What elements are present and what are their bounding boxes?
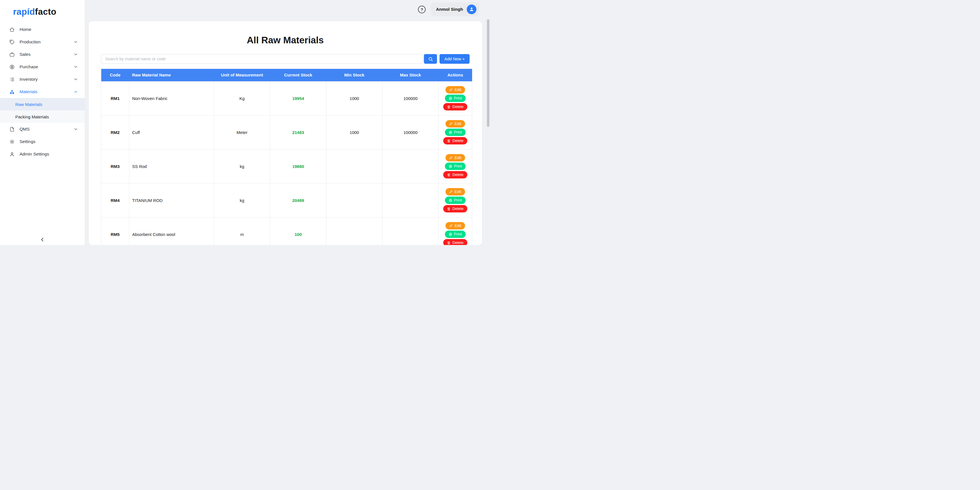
sidebar-item-label: Purchase	[19, 64, 38, 70]
search-input[interactable]	[101, 54, 423, 64]
print-button[interactable]: Print	[445, 128, 466, 136]
table-row: RM1 Non-Woven Fabric Kg 19954 1000 10000…	[101, 81, 472, 115]
cell-material-name: Non-Woven Fabric	[129, 81, 214, 115]
user-avatar	[467, 5, 476, 14]
sidebar-item-home[interactable]: Home	[0, 23, 85, 36]
sidebar-item-label: Settings	[19, 139, 35, 144]
edit-button[interactable]: Edit	[445, 222, 465, 230]
edit-button[interactable]: Edit	[445, 86, 465, 94]
sidebar-item-packing-materials[interactable]: Packing Materials	[0, 111, 85, 123]
cell-min-stock: 1000	[326, 115, 383, 149]
cell-min-stock: 1000	[326, 81, 383, 115]
trash-icon	[447, 207, 450, 211]
delete-button[interactable]: Delete	[443, 239, 467, 245]
chevron-down-icon	[73, 52, 78, 57]
printer-icon	[449, 165, 452, 168]
sidebar-item-label: QMS	[19, 127, 30, 132]
printer-icon	[449, 198, 452, 202]
sidebar-item-qms[interactable]: QMS	[0, 123, 85, 135]
cell-current-stock: 21483	[270, 115, 326, 149]
sidebar-item-purchase[interactable]: Purchase	[0, 60, 85, 73]
print-button[interactable]: Print	[445, 163, 466, 170]
column-header-actions: Actions	[439, 69, 472, 81]
search-row: Add New +	[101, 54, 469, 64]
column-header-unit: Unit of Measurement	[214, 69, 270, 81]
cell-unit: Kg	[214, 81, 270, 115]
cell-min-stock	[326, 149, 383, 183]
topbar: ? Anmol Singh	[85, 0, 490, 19]
brand-logo-primary: rapíd	[13, 7, 35, 17]
cell-code: RM5	[101, 217, 129, 245]
row-actions: Edit Print Delete	[439, 86, 472, 111]
pencil-icon	[449, 88, 453, 92]
delete-button[interactable]: Delete	[443, 171, 467, 178]
cell-actions: Edit Print Delete	[439, 115, 472, 149]
sidebar-item-sales[interactable]: Sales	[0, 48, 85, 60]
pencil-icon	[449, 156, 453, 159]
print-button[interactable]: Print	[445, 95, 466, 102]
chevron-up-icon	[73, 89, 78, 94]
cell-code: RM2	[101, 115, 129, 149]
edit-button[interactable]: Edit	[445, 154, 465, 162]
chevron-left-icon	[40, 239, 46, 244]
brand-logo[interactable]: rapídfacto	[0, 0, 85, 23]
table-row: RM4 TITANIUM ROD kg 20489 Edit Print Del…	[101, 183, 472, 217]
sidebar-item-materials[interactable]: Materials	[0, 86, 85, 98]
person-icon	[469, 6, 474, 12]
cell-code: RM3	[101, 149, 129, 183]
table-row: RM3 SS Rod kg 19880 Edit Print Delete	[101, 149, 472, 183]
sidebar-subitem-label: Packing Materials	[15, 114, 49, 119]
print-button[interactable]: Print	[445, 197, 466, 204]
cell-max-stock: 100000	[383, 81, 439, 115]
pencil-icon	[449, 122, 453, 125]
row-actions: Edit Print Delete	[439, 120, 472, 145]
printer-icon	[449, 97, 452, 100]
search-button[interactable]	[424, 54, 437, 64]
sidebar: rapídfacto Home Production	[0, 0, 85, 245]
cell-material-name: Cuff	[129, 115, 214, 149]
app-root: rapídfacto Home Production	[0, 0, 490, 245]
edit-button[interactable]: Edit	[445, 188, 465, 195]
trash-icon	[447, 241, 450, 245]
sidebar-item-inventory[interactable]: Inventory	[0, 73, 85, 86]
cell-code: RM1	[101, 81, 129, 115]
briefcase-icon	[10, 52, 15, 57]
delete-button[interactable]: Delete	[443, 205, 467, 212]
edit-button[interactable]: Edit	[445, 120, 465, 127]
trash-icon	[447, 173, 450, 177]
sidebar-item-admin-settings[interactable]: Admin Settings	[0, 148, 85, 160]
table-header: Code Raw Material Name Unit of Measureme…	[101, 69, 472, 81]
table-row: RM2 Cuff Meter 21483 1000 100000 Edit Pr…	[101, 115, 472, 149]
sidebar-collapse-button[interactable]	[40, 236, 46, 245]
sidebar-item-label: Sales	[19, 52, 30, 57]
sidebar-item-label: Home	[19, 27, 31, 32]
chevron-down-icon	[73, 77, 78, 82]
chevron-down-icon	[73, 127, 78, 132]
help-icon[interactable]: ?	[418, 6, 426, 13]
sidebar-item-settings[interactable]: Settings	[0, 135, 85, 148]
cell-current-stock: 19880	[270, 149, 326, 183]
delete-button[interactable]: Delete	[443, 103, 467, 111]
sidebar-item-label: Inventory	[19, 77, 38, 82]
printer-icon	[449, 130, 452, 134]
delete-button[interactable]: Delete	[443, 137, 467, 144]
cell-actions: Edit Print Delete	[439, 217, 472, 245]
cell-unit: kg	[214, 183, 270, 217]
row-actions: Edit Print Delete	[439, 188, 472, 213]
cell-max-stock	[383, 183, 439, 217]
column-header-current-stock: Current Stock	[270, 69, 326, 81]
trash-icon	[447, 139, 450, 143]
sidebar-item-label: Materials	[19, 89, 37, 94]
sidebar-item-production[interactable]: Production	[0, 36, 85, 48]
user-menu[interactable]: Anmol Singh	[431, 3, 479, 16]
page-scrollbar-thumb[interactable]	[487, 19, 490, 127]
trash-icon	[447, 105, 450, 109]
column-header-name: Raw Material Name	[129, 69, 214, 81]
pencil-icon	[449, 224, 453, 227]
content-card: All Raw Materials Add New + Code Raw Mat…	[89, 21, 482, 245]
tag-icon	[10, 40, 15, 45]
print-button[interactable]: Print	[445, 231, 466, 238]
add-new-button[interactable]: Add New +	[439, 54, 469, 64]
sidebar-item-raw-materials[interactable]: Raw Materials	[0, 98, 85, 111]
cell-material-name: Absorbent Cotton wool	[129, 217, 214, 245]
